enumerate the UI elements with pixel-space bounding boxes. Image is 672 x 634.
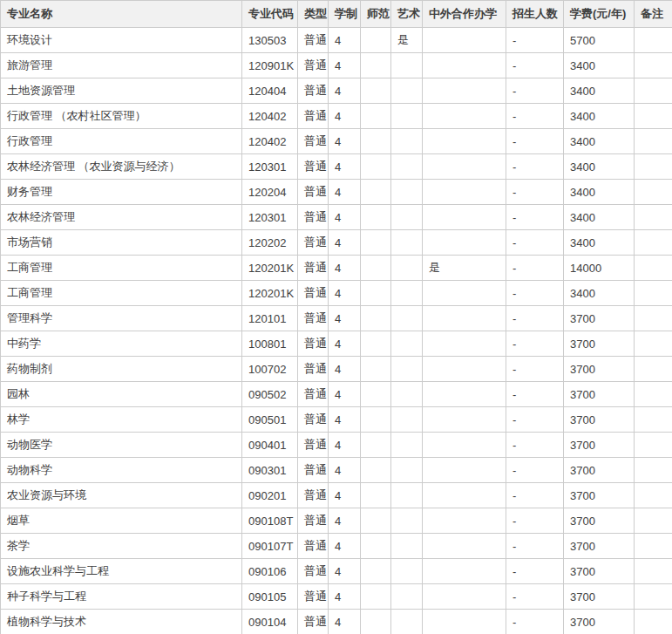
cell-coop — [423, 483, 506, 508]
cell-enroll: - — [506, 534, 564, 559]
cell-normal — [361, 104, 391, 129]
cell-name: 中药学 — [1, 331, 242, 357]
cell-fee: 3400 — [564, 281, 635, 306]
cell-name: 土地资源管理 — [1, 78, 242, 104]
cell-enroll: - — [506, 357, 564, 382]
cell-type: 普通 — [298, 53, 329, 78]
cell-enroll: - — [506, 382, 564, 407]
cell-art — [391, 306, 423, 331]
column-header-remarks: 备注 — [635, 1, 672, 28]
column-header-enrollment: 招生人数 — [506, 1, 564, 28]
cell-coop — [423, 382, 506, 407]
cell-coop — [423, 559, 506, 584]
cell-years: 4 — [329, 508, 361, 534]
cell-years: 4 — [329, 357, 361, 382]
table-row: 环境设计130503普通4是-5700 — [1, 28, 672, 53]
cell-normal — [361, 357, 391, 382]
cell-art — [391, 433, 423, 458]
cell-code: 120402 — [242, 104, 298, 129]
cell-fee: 3700 — [564, 357, 635, 382]
cell-normal — [361, 458, 391, 483]
cell-coop: 是 — [423, 256, 506, 281]
cell-art — [391, 584, 423, 610]
cell-type: 普通 — [298, 78, 329, 104]
cell-note — [635, 559, 672, 584]
table-body: 环境设计130503普通4是-5700旅游管理120901K普通4-3400土地… — [1, 28, 672, 634]
cell-years: 4 — [329, 382, 361, 407]
cell-art — [391, 53, 423, 78]
cell-type: 普通 — [298, 534, 329, 559]
cell-type: 普通 — [298, 610, 329, 634]
cell-code: 100801 — [242, 331, 298, 357]
cell-art — [391, 129, 423, 154]
cell-normal — [361, 230, 391, 256]
table-row: 工商管理120201K普通4-3400 — [1, 281, 672, 306]
cell-coop — [423, 407, 506, 433]
cell-code: 090105 — [242, 584, 298, 610]
cell-normal — [361, 483, 391, 508]
cell-coop — [423, 53, 506, 78]
cell-fee: 3700 — [564, 508, 635, 534]
cell-name: 农林经济管理 — [1, 205, 242, 230]
column-header-major-code: 专业代码 — [242, 1, 298, 28]
cell-fee: 3400 — [564, 129, 635, 154]
cell-years: 4 — [329, 306, 361, 331]
cell-years: 4 — [329, 458, 361, 483]
cell-fee: 3700 — [564, 610, 635, 634]
table-row: 药物制剂100702普通4-3700 — [1, 357, 672, 382]
cell-code: 090106 — [242, 559, 298, 584]
cell-art — [391, 180, 423, 205]
cell-note — [635, 154, 672, 180]
column-header-type: 类型 — [298, 1, 329, 28]
cell-name: 行政管理 — [1, 129, 242, 154]
cell-years: 4 — [329, 483, 361, 508]
cell-code: 120402 — [242, 129, 298, 154]
cell-art: 是 — [391, 28, 423, 53]
cell-art — [391, 78, 423, 104]
cell-years: 4 — [329, 331, 361, 357]
cell-enroll: - — [506, 483, 564, 508]
cell-enroll: - — [506, 230, 564, 256]
cell-fee: 14000 — [564, 256, 635, 281]
cell-enroll: - — [506, 256, 564, 281]
cell-enroll: - — [506, 281, 564, 306]
cell-coop — [423, 331, 506, 357]
cell-years: 4 — [329, 534, 361, 559]
cell-enroll: - — [506, 458, 564, 483]
cell-type: 普通 — [298, 382, 329, 407]
cell-code: 120901K — [242, 53, 298, 78]
cell-fee: 5700 — [564, 28, 635, 53]
cell-fee: 3700 — [564, 382, 635, 407]
cell-note — [635, 281, 672, 306]
cell-code: 120301 — [242, 205, 298, 230]
cell-normal — [361, 28, 391, 53]
cell-years: 4 — [329, 281, 361, 306]
cell-art — [391, 559, 423, 584]
cell-art — [391, 357, 423, 382]
table-row: 旅游管理120901K普通4-3400 — [1, 53, 672, 78]
cell-coop — [423, 129, 506, 154]
cell-name: 种子科学与工程 — [1, 584, 242, 610]
cell-note — [635, 534, 672, 559]
table-row: 林学090501普通4-3700 — [1, 407, 672, 433]
cell-type: 普通 — [298, 433, 329, 458]
cell-code: 090301 — [242, 458, 298, 483]
cell-normal — [361, 534, 391, 559]
cell-name: 烟草 — [1, 508, 242, 534]
cell-coop — [423, 78, 506, 104]
cell-name: 动物科学 — [1, 458, 242, 483]
table-row: 植物科学与技术090104普通4-3700 — [1, 610, 672, 634]
cell-coop — [423, 534, 506, 559]
cell-fee: 3700 — [564, 433, 635, 458]
cell-normal — [361, 129, 391, 154]
cell-code: 120201K — [242, 256, 298, 281]
cell-coop — [423, 281, 506, 306]
cell-note — [635, 104, 672, 129]
cell-years: 4 — [329, 28, 361, 53]
cell-type: 普通 — [298, 483, 329, 508]
cell-name: 市场营销 — [1, 230, 242, 256]
table-row: 工商管理120201K普通4是-14000 — [1, 256, 672, 281]
cell-type: 普通 — [298, 129, 329, 154]
cell-note — [635, 306, 672, 331]
cell-note — [635, 584, 672, 610]
